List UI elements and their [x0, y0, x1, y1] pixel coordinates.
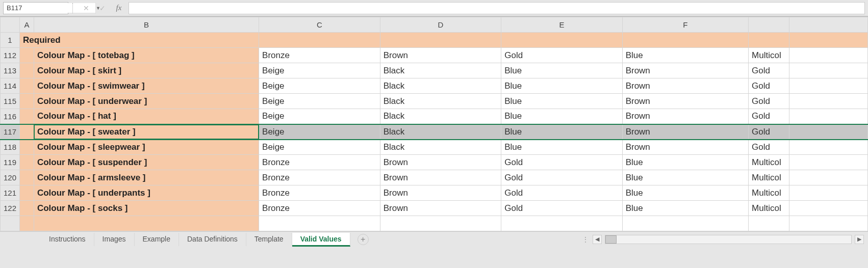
cell[interactable]: Colour Map - [ underwear ]: [34, 94, 259, 109]
hscroll-thumb[interactable]: [605, 235, 617, 244]
row-header[interactable]: 112: [1, 48, 20, 63]
cell[interactable]: Multicol: [749, 155, 789, 170]
row-header[interactable]: 114: [1, 78, 20, 94]
cell[interactable]: [20, 140, 34, 155]
cell[interactable]: Blue: [622, 185, 748, 201]
cell[interactable]: [20, 48, 34, 63]
cell[interactable]: [20, 78, 34, 94]
cell[interactable]: Brown: [622, 140, 748, 155]
cell[interactable]: [501, 216, 622, 231]
cell[interactable]: Colour Map - [ underpants ]: [34, 185, 259, 201]
cell[interactable]: Colour Map - [ swimwear ]: [34, 78, 259, 94]
fx-icon[interactable]: fx: [112, 4, 125, 12]
cell[interactable]: Blue: [622, 170, 748, 185]
cell[interactable]: [789, 201, 867, 216]
sheet-tab[interactable]: Images: [94, 233, 135, 246]
cell[interactable]: Beige: [259, 63, 380, 78]
cell[interactable]: Colour Map - [ sweater ]: [34, 124, 259, 140]
col-header-G[interactable]: [749, 17, 789, 33]
cell-extra1[interactable]: [789, 33, 867, 48]
cell[interactable]: [789, 140, 867, 155]
col-header-E[interactable]: E: [501, 17, 622, 33]
cell[interactable]: [789, 78, 867, 94]
cell[interactable]: [20, 170, 34, 185]
splitter-icon[interactable]: ⋮: [582, 236, 590, 243]
cell[interactable]: Black: [380, 109, 501, 124]
cell[interactable]: [789, 109, 867, 124]
cancel-icon[interactable]: ✕: [80, 3, 93, 14]
cell[interactable]: Blue: [501, 140, 622, 155]
cell[interactable]: Blue: [501, 109, 622, 124]
cell[interactable]: Colour Map - [ skirt ]: [34, 63, 259, 78]
cell[interactable]: Gold: [749, 94, 789, 109]
cell[interactable]: Blue: [622, 201, 748, 216]
cell[interactable]: [622, 216, 748, 231]
cell-E1[interactable]: [501, 33, 622, 48]
cell[interactable]: Blue: [501, 63, 622, 78]
cell[interactable]: Colour Map - [ hat ]: [34, 109, 259, 124]
cell[interactable]: Colour Map - [ totebag ]: [34, 48, 259, 63]
cell[interactable]: [20, 155, 34, 170]
name-box[interactable]: ▼: [3, 2, 68, 14]
cell[interactable]: Blue: [501, 78, 622, 94]
sheet-tab[interactable]: Valid Values: [292, 233, 350, 247]
scroll-right-icon[interactable]: ▶: [855, 235, 864, 244]
cell[interactable]: Beige: [259, 94, 380, 109]
cell[interactable]: Blue: [622, 48, 748, 63]
cell[interactable]: [20, 109, 34, 124]
cell[interactable]: Brown: [380, 155, 501, 170]
cell[interactable]: Blue: [501, 124, 622, 140]
cell[interactable]: Brown: [622, 94, 748, 109]
row-header[interactable]: 117: [1, 124, 20, 140]
cell[interactable]: [259, 216, 380, 231]
row-header[interactable]: [1, 216, 20, 231]
sheet-tab[interactable]: Template: [246, 233, 292, 246]
cell[interactable]: Black: [380, 124, 501, 140]
cell[interactable]: [20, 94, 34, 109]
row-header[interactable]: 120: [1, 170, 20, 185]
sheet-tab[interactable]: Instructions: [41, 233, 94, 246]
col-header-A[interactable]: A: [20, 17, 34, 33]
cell[interactable]: Brown: [622, 109, 748, 124]
cell[interactable]: [789, 63, 867, 78]
cell[interactable]: Bronze: [259, 155, 380, 170]
cell[interactable]: [20, 63, 34, 78]
cell[interactable]: [789, 94, 867, 109]
cell[interactable]: Multicol: [749, 48, 789, 63]
cell-C1[interactable]: [259, 33, 380, 48]
cell[interactable]: Bronze: [259, 201, 380, 216]
col-header-D[interactable]: D: [380, 17, 501, 33]
cell[interactable]: Colour Map - [ sleepwear ]: [34, 140, 259, 155]
scroll-left-icon[interactable]: ◀: [593, 235, 602, 244]
cell[interactable]: Black: [380, 63, 501, 78]
cell[interactable]: Gold: [749, 109, 789, 124]
row-header[interactable]: 115: [1, 94, 20, 109]
cell[interactable]: [789, 216, 867, 231]
cell[interactable]: Gold: [501, 155, 622, 170]
row-header[interactable]: 1: [1, 33, 20, 48]
row-header[interactable]: 116: [1, 109, 20, 124]
accept-icon[interactable]: ✓: [96, 3, 109, 14]
cell[interactable]: Black: [380, 140, 501, 155]
cell[interactable]: Colour Map - [ suspender ]: [34, 155, 259, 170]
cell[interactable]: [789, 185, 867, 201]
cell[interactable]: Bronze: [259, 48, 380, 63]
cell[interactable]: Gold: [749, 63, 789, 78]
cell[interactable]: Gold: [501, 201, 622, 216]
col-header-C[interactable]: C: [259, 17, 380, 33]
sheet-tab[interactable]: Data Definitions: [179, 233, 246, 246]
spreadsheet-grid[interactable]: A B C D E F 1 Required 112Colour Map - […: [0, 16, 868, 231]
cell-A1[interactable]: Required: [20, 33, 259, 48]
cell[interactable]: [749, 216, 789, 231]
cell[interactable]: Brown: [622, 78, 748, 94]
cell[interactable]: [34, 216, 259, 231]
cell[interactable]: Brown: [622, 63, 748, 78]
row-header[interactable]: 118: [1, 140, 20, 155]
cell[interactable]: [20, 201, 34, 216]
cell[interactable]: Beige: [259, 78, 380, 94]
cell[interactable]: Beige: [259, 109, 380, 124]
cell[interactable]: Gold: [749, 78, 789, 94]
cell[interactable]: [20, 185, 34, 201]
col-header-F[interactable]: F: [622, 17, 748, 33]
cell[interactable]: Multicol: [749, 201, 789, 216]
